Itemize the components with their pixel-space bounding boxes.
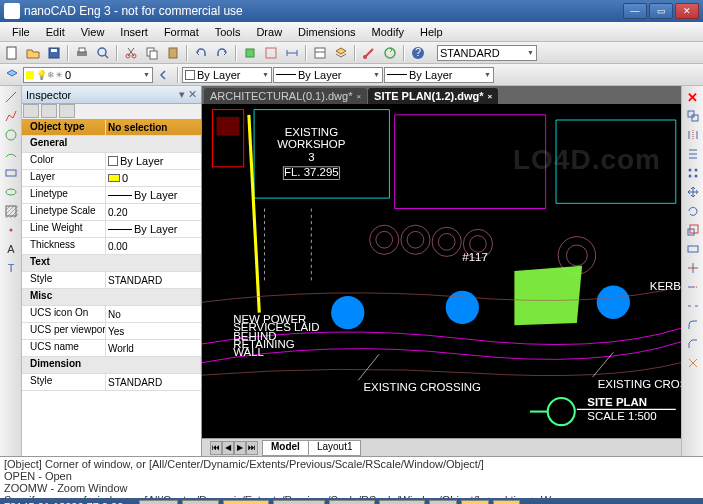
close-tab-icon[interactable]: ×	[356, 92, 361, 101]
rectangle-icon[interactable]	[2, 164, 20, 182]
status-lw[interactable]: LW	[429, 500, 457, 504]
point-icon[interactable]	[2, 221, 20, 239]
maximize-button[interactable]: ▭	[649, 3, 673, 19]
menu-draw[interactable]: Draw	[248, 24, 290, 40]
help-icon[interactable]: ?	[408, 44, 428, 62]
prop-layer[interactable]: 0	[106, 170, 201, 186]
menu-format[interactable]: Format	[156, 24, 207, 40]
fillet-icon[interactable]	[684, 316, 702, 334]
menu-edit[interactable]: Edit	[38, 24, 73, 40]
copy-icon[interactable]	[142, 44, 162, 62]
color-dropdown[interactable]: By Layer	[182, 67, 272, 83]
paste-icon[interactable]	[163, 44, 183, 62]
prop-textstyle[interactable]: STANDARD	[106, 272, 201, 288]
rotate-icon[interactable]	[684, 202, 702, 220]
chamfer-icon[interactable]	[684, 335, 702, 353]
regen-icon[interactable]	[380, 44, 400, 62]
menu-tools[interactable]: Tools	[207, 24, 249, 40]
close-tab-icon[interactable]: ×	[488, 92, 493, 101]
properties-icon[interactable]	[310, 44, 330, 62]
polyline-icon[interactable]	[2, 107, 20, 125]
menu-view[interactable]: View	[73, 24, 113, 40]
match-icon[interactable]	[359, 44, 379, 62]
line-icon[interactable]	[2, 88, 20, 106]
prop-linetype[interactable]: By Layer	[106, 187, 201, 203]
prop-lweight[interactable]: By Layer	[106, 221, 201, 237]
stretch-icon[interactable]	[684, 240, 702, 258]
redo-icon[interactable]	[212, 44, 232, 62]
section-general[interactable]: General	[22, 136, 201, 152]
arc-icon[interactable]	[2, 145, 20, 163]
status-sh[interactable]: SH	[493, 500, 520, 504]
open-icon[interactable]	[23, 44, 43, 62]
menu-dimensions[interactable]: Dimensions	[290, 24, 363, 40]
section-text[interactable]: Text	[22, 255, 201, 271]
doc-tab-architectural[interactable]: ARCHITECTURAL(0.1).dwg*×	[204, 88, 367, 104]
layer-dropdown[interactable]: 💡❄☀ 0	[23, 67, 153, 83]
layer-manager-icon[interactable]	[2, 66, 22, 84]
tab-first-icon[interactable]: ⏮	[210, 441, 222, 455]
tab-next-icon[interactable]: ▶	[234, 441, 246, 455]
linetype-dropdown[interactable]: By Layer	[273, 67, 383, 83]
drawing-viewport[interactable]: LO4D.com	[202, 104, 681, 438]
inspector-tab-1[interactable]	[23, 104, 39, 118]
menu-help[interactable]: Help	[412, 24, 451, 40]
mirror-icon[interactable]	[684, 126, 702, 144]
array-icon[interactable]	[684, 164, 702, 182]
cut-icon[interactable]	[121, 44, 141, 62]
menu-file[interactable]: File	[4, 24, 38, 40]
command-window[interactable]: [Object] Corner of window, or [All/Cente…	[0, 456, 703, 498]
mtext-icon[interactable]: T	[2, 259, 20, 277]
minimize-button[interactable]: —	[623, 3, 647, 19]
prop-ucsname[interactable]: World	[106, 340, 201, 356]
tab-layout1[interactable]: Layout1	[308, 440, 362, 456]
status-polar[interactable]: POLAR	[329, 500, 375, 504]
doc-tab-siteplan[interactable]: SITE PLAN(1.2).dwg*×	[368, 88, 498, 104]
new-icon[interactable]	[2, 44, 22, 62]
offset-icon[interactable]	[684, 145, 702, 163]
status-grid[interactable]: GRID	[182, 500, 219, 504]
save-icon[interactable]	[44, 44, 64, 62]
lineweight-dropdown[interactable]: By Layer	[384, 67, 494, 83]
preview-icon[interactable]	[93, 44, 113, 62]
status-otrack[interactable]: OTRACK	[273, 500, 326, 504]
menu-modify[interactable]: Modify	[364, 24, 412, 40]
print-icon[interactable]	[72, 44, 92, 62]
circle-icon[interactable]	[2, 126, 20, 144]
block-icon[interactable]	[240, 44, 260, 62]
break-icon[interactable]	[684, 297, 702, 315]
inspector-tab-3[interactable]	[59, 104, 75, 118]
hatch-icon[interactable]	[2, 202, 20, 220]
tab-last-icon[interactable]: ⏭	[246, 441, 258, 455]
refedit-icon[interactable]	[261, 44, 281, 62]
text-icon[interactable]: A	[2, 240, 20, 258]
section-dimension[interactable]: Dimension	[22, 357, 201, 373]
prop-thickness[interactable]: 0.00	[106, 238, 201, 254]
undo-icon[interactable]	[191, 44, 211, 62]
distance-icon[interactable]	[282, 44, 302, 62]
ellipse-icon[interactable]	[2, 183, 20, 201]
tab-prev-icon[interactable]: ◀	[222, 441, 234, 455]
tab-model[interactable]: Model	[262, 440, 309, 456]
close-button[interactable]: ✕	[675, 3, 699, 19]
explode-icon[interactable]	[684, 354, 702, 372]
status-snap[interactable]: SNAP	[139, 500, 178, 504]
trim-icon[interactable]	[684, 259, 702, 277]
copy-obj-icon[interactable]	[684, 107, 702, 125]
scale-icon[interactable]	[684, 221, 702, 239]
move-icon[interactable]	[684, 183, 702, 201]
layers-icon[interactable]	[331, 44, 351, 62]
prop-color[interactable]: By Layer	[106, 153, 201, 169]
prop-ucsvp[interactable]: Yes	[106, 323, 201, 339]
inspector-close-icon[interactable]: ▾ ✕	[179, 88, 197, 101]
status-osnap[interactable]: OSNAP	[223, 500, 269, 504]
inspector-tab-2[interactable]	[41, 104, 57, 118]
status-sw[interactable]: SW	[461, 500, 490, 504]
prop-dimstyle[interactable]: STANDARD	[106, 374, 201, 390]
section-misc[interactable]: Misc	[22, 289, 201, 305]
prop-ltscale[interactable]: 0.20	[106, 204, 201, 220]
prop-ucsicon[interactable]: No	[106, 306, 201, 322]
erase-icon[interactable]: ✕	[684, 88, 702, 106]
layer-prev-icon[interactable]	[154, 66, 174, 84]
textstyle-dropdown[interactable]: STANDARD	[437, 45, 537, 61]
